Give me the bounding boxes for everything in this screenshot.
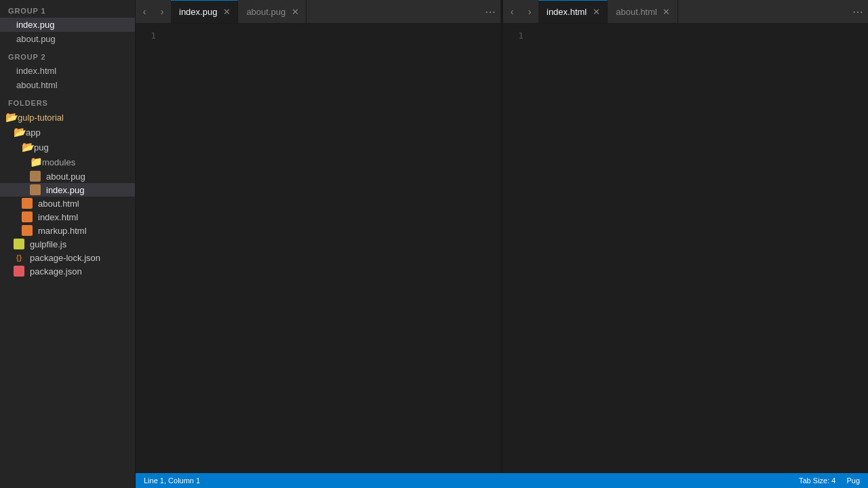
tree-label: package.json (30, 266, 82, 277)
status-bar: Line 1, Column 1 Tab Size: 4 Pug (136, 473, 868, 488)
tree-label: package-lock.json (30, 253, 100, 263)
group1-label: GROUP 1 (0, 0, 135, 18)
sidebar-item-index-html-g2[interactable]: index.html (0, 64, 135, 78)
tree-item-app[interactable]: 📂 app (0, 125, 135, 140)
line-numbers-left: 1 (136, 24, 163, 473)
editor-area: ‹ › index.pug ✕ about.pug ✕ ⋯ 1 (136, 0, 868, 488)
tree-label: about.pug (46, 171, 85, 182)
sidebar-item-about-pug-g1[interactable]: about.pug (0, 32, 135, 46)
tree-label: pug (34, 142, 49, 152)
js-file-icon (14, 239, 24, 249)
html-file-icon (22, 225, 33, 236)
sidebar-item-index-pug-g1[interactable]: index.pug (0, 18, 135, 32)
folder-open-icon: 📂 (22, 141, 34, 153)
tab-close-about-html[interactable]: ✕ (661, 6, 672, 17)
editor-content-left: 1 (136, 24, 500, 473)
tab-about-pug[interactable]: about.pug ✕ (238, 0, 307, 24)
folders-label: FOLDERS (0, 92, 135, 110)
tree-item-markup-html[interactable]: markup.html (0, 224, 135, 237)
tree-item-gulp-tutorial[interactable]: 📂 gulp-tutorial (0, 110, 135, 125)
editor-pane-right: ‹ › index.html ✕ about.html ✕ ⋯ 1 (503, 0, 868, 473)
tab-close-index-pug[interactable]: ✕ (221, 7, 232, 18)
editor-panes: ‹ › index.pug ✕ about.pug ✕ ⋯ 1 (136, 0, 868, 473)
status-language: Pug (846, 476, 860, 485)
pug-file-icon (30, 184, 41, 195)
tree-label: markup.html (38, 226, 87, 236)
tab-label: index.html (547, 7, 587, 17)
tab-nav-next-left[interactable]: › (153, 0, 171, 24)
tab-menu-right[interactable]: ⋯ (848, 0, 868, 24)
group2-label: GROUP 2 (0, 46, 135, 64)
tree-item-about-pug[interactable]: about.pug (0, 169, 135, 183)
tree-label: index.html (38, 212, 78, 222)
tree-item-about-html[interactable]: about.html (0, 197, 135, 210)
tree-item-package-lock-json[interactable]: {} package-lock.json (0, 251, 135, 264)
tab-label: index.pug (179, 7, 217, 17)
pkg-file-icon (14, 266, 24, 277)
tree-item-index-html[interactable]: index.html (0, 210, 135, 224)
tab-nav-prev-right[interactable]: ‹ (503, 0, 521, 24)
tab-menu-left[interactable]: ⋯ (480, 0, 500, 24)
tree-item-index-pug[interactable]: index.pug (0, 183, 135, 197)
sidebar: GROUP 1 index.pug about.pug GROUP 2 inde… (0, 0, 136, 488)
folder-open-icon: 📂 (5, 111, 18, 123)
tab-bar-left: ‹ › index.pug ✕ about.pug ✕ ⋯ (136, 0, 500, 24)
tree-item-package-json[interactable]: package.json (0, 264, 135, 278)
tree-label: about.html (38, 199, 79, 209)
tab-close-index-html[interactable]: ✕ (591, 7, 601, 18)
editor-pane-left: ‹ › index.pug ✕ about.pug ✕ ⋯ 1 (136, 0, 500, 473)
pug-file-icon (30, 171, 41, 182)
tab-label: about.html (616, 7, 657, 17)
editor-content-right: 1 (503, 24, 868, 473)
code-area-left[interactable] (163, 24, 500, 473)
tree-label: gulp-tutorial (18, 113, 64, 123)
folder-open-icon: 📂 (14, 126, 26, 138)
tab-bar-right: ‹ › index.html ✕ about.html ✕ ⋯ (503, 0, 868, 24)
tab-label: about.pug (246, 7, 285, 17)
tab-index-pug[interactable]: index.pug ✕ (171, 0, 238, 24)
sidebar-item-about-html-g2[interactable]: about.html (0, 78, 135, 92)
tab-nav-next-right[interactable]: › (521, 0, 538, 24)
html-file-icon (22, 198, 33, 209)
html-file-icon (22, 211, 33, 222)
tree-item-modules[interactable]: 📁 modules (0, 155, 135, 169)
tab-about-html[interactable]: about.html ✕ (608, 0, 678, 24)
json-file-icon: {} (14, 252, 24, 263)
tree-label: index.pug (46, 185, 84, 195)
line-numbers-right: 1 (503, 24, 530, 473)
tree-label: modules (42, 157, 75, 167)
tree-item-pug[interactable]: 📂 pug (0, 140, 135, 155)
tree-label: gulpfile.js (30, 239, 66, 249)
tab-index-html[interactable]: index.html ✕ (538, 0, 608, 24)
status-position: Line 1, Column 1 (144, 476, 200, 485)
folder-icon: 📁 (30, 156, 42, 168)
tree-label: app (26, 127, 41, 138)
tab-close-about-pug[interactable]: ✕ (290, 6, 300, 17)
status-tab-size: Tab Size: 4 (799, 476, 835, 485)
tree-item-gulpfile-js[interactable]: gulpfile.js (0, 237, 135, 251)
code-area-right[interactable] (530, 24, 868, 473)
tab-nav-prev-left[interactable]: ‹ (136, 0, 153, 24)
